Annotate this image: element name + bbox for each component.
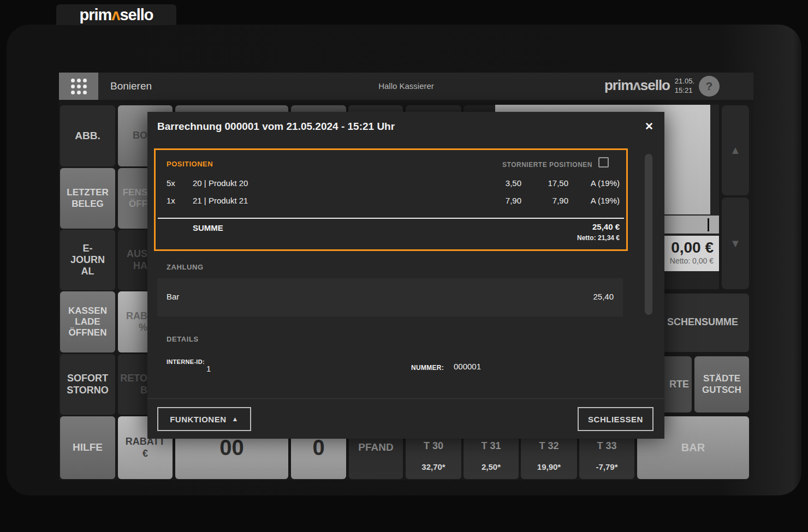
scroll-up-button[interactable]: ▲: [722, 105, 749, 195]
funktionen-button[interactable]: FUNKTIONEN ▲: [157, 407, 251, 431]
stornierte-positionen-label: STORNIERTE POSITIONEN: [502, 161, 592, 169]
sofort-storno-button[interactable]: SOFORT STORNO: [60, 354, 115, 415]
details-heading: DETAILS: [167, 335, 199, 343]
summe-separator: [158, 218, 624, 219]
positions-heading: POSITIONEN: [167, 160, 213, 168]
table-amount: 19,90*: [521, 462, 577, 472]
hilfe-button[interactable]: HILFE: [60, 416, 115, 479]
modal-title: Barrechnung 000001 vom 21.05.2024 - 15:2…: [157, 121, 395, 133]
brand-tab: primʌsello: [56, 4, 176, 25]
position-tax: A (19%): [568, 196, 620, 208]
staedte-gutsch-label: STÄDTE GUTSCH: [694, 373, 749, 396]
summe-label: SUMME: [193, 223, 223, 232]
schliessen-button[interactable]: SCHLIESSEN: [578, 407, 653, 431]
position-name: 20 | Produkt 20: [193, 178, 477, 190]
brand-logo-part1: prim: [79, 6, 111, 23]
table-name: T 33: [579, 440, 634, 452]
modal-scrollbar-thumb[interactable]: [645, 154, 652, 315]
payment-row: Bar 25,40: [157, 278, 623, 316]
funktionen-label: FUNKTIONEN: [170, 415, 226, 424]
e-journal-button[interactable]: E-JOURNAL: [60, 230, 115, 290]
position-row: 5x 20 | Produkt 20 3,50 17,50 A (19%): [167, 178, 620, 190]
up-arrow-icon: ▲: [231, 415, 238, 423]
position-price: 7,90: [477, 196, 521, 208]
stornierte-positionen-checkbox[interactable]: [598, 157, 609, 168]
schliessen-label: SCHLIESSEN: [588, 415, 643, 424]
help-button[interactable]: ?: [699, 76, 720, 97]
position-total: 7,90: [521, 196, 568, 208]
payment-amount: 25,40: [593, 292, 614, 301]
table-name: T 32: [521, 440, 577, 452]
abb-button[interactable]: ABB.: [60, 105, 115, 166]
summe-value: 25,40 €: [592, 222, 620, 231]
kassenlade-oeffnen-button[interactable]: KASSENLADE ÖFFNEN: [60, 291, 115, 352]
interne-id-label: INTERNE-ID:: [167, 357, 207, 367]
header-logo: primʌsello: [604, 77, 670, 94]
table-amount: -7,79*: [579, 462, 634, 472]
position-total: 17,50: [521, 178, 568, 190]
datetime: 21.05. 15:21: [675, 77, 694, 95]
position-tax: A (19%): [568, 178, 620, 190]
staedte-gutsch-button[interactable]: STÄDTE GUTSCH: [694, 356, 749, 413]
modal-footer: FUNKTIONEN ▲ SCHLIESSEN: [147, 398, 664, 439]
bar-label: BAR: [681, 441, 705, 454]
position-qty: 1x: [167, 196, 193, 208]
table-amount: 2,50*: [464, 462, 519, 472]
header-logo-caret: ʌ: [633, 77, 640, 93]
karte-label: RTE: [669, 379, 689, 390]
zahlung-heading: ZAHLUNG: [167, 263, 204, 271]
header-bar: Bonieren Hallo Kassierer primʌsello 21.0…: [59, 73, 753, 100]
table-amount: 32,70*: [406, 462, 461, 472]
summe-netto: Netto: 21,34 €: [577, 234, 620, 242]
up-arrow-icon: ▲: [730, 144, 741, 157]
brand-logo: primʌsello: [79, 6, 153, 24]
scroll-down-button[interactable]: ▼: [722, 198, 749, 289]
position-price: 3,50: [477, 178, 521, 190]
zwischensumme-label: SCHENSUMME: [667, 316, 738, 328]
brand-logo-part2: sello: [120, 6, 153, 23]
position-row: 1x 21 | Produkt 21 7,90 7,90 A (19%): [167, 196, 620, 208]
brand-logo-caret: ʌ: [111, 6, 120, 23]
screen: primʌsello Bonieren Hallo Kassierer prim…: [0, 0, 808, 532]
nummer-label: NUMMER:: [411, 363, 444, 373]
position-name: 21 | Produkt 21: [193, 196, 477, 208]
table-name: T 30: [406, 440, 461, 452]
letzter-beleg-button[interactable]: LETZTER BELEG: [60, 168, 115, 229]
time-label: 15:21: [675, 86, 694, 95]
interne-id-value: 1: [206, 364, 211, 373]
position-qty: 5x: [167, 178, 193, 190]
close-icon[interactable]: ✕: [645, 120, 653, 133]
positions-box: POSITIONEN STORNIERTE POSITIONEN 5x 20 |…: [154, 148, 628, 251]
text-cursor: [708, 218, 709, 231]
receipt-detail-modal: Barrechnung 000001 vom 21.05.2024 - 15:2…: [147, 112, 664, 439]
date-label: 21.05.: [675, 77, 694, 86]
payment-method: Bar: [167, 292, 179, 301]
table-name: T 31: [464, 440, 519, 452]
down-arrow-icon: ▼: [730, 237, 741, 250]
nummer-value: 000001: [454, 362, 481, 371]
